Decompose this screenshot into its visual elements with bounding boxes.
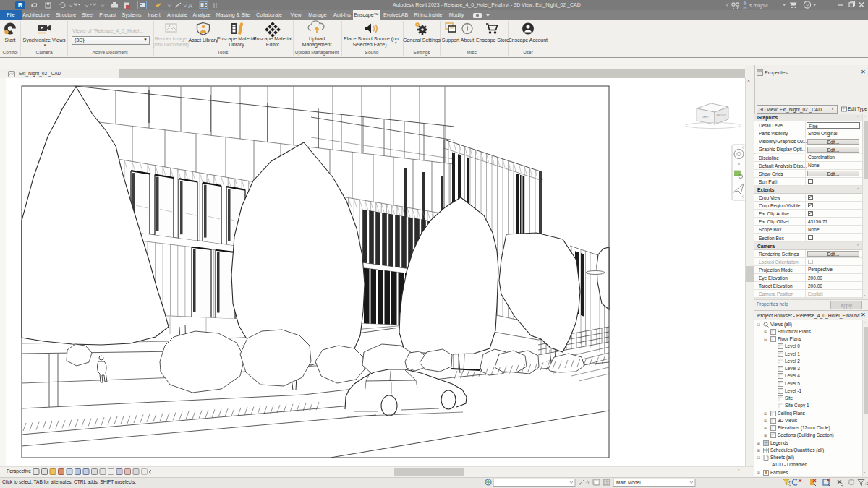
svg-text::0: :0 (865, 481, 868, 486)
svg-text:Main Model: Main Model (616, 480, 641, 485)
svg-text:?: ? (806, 2, 809, 9)
svg-text:FRONT: FRONT (716, 114, 726, 117)
svg-text::0: :0 (585, 481, 590, 485)
svg-text:LEFT: LEFT (702, 115, 710, 119)
svg-text:s.mujovi: s.mujovi (749, 3, 768, 9)
svg-text:A: A (188, 2, 192, 9)
